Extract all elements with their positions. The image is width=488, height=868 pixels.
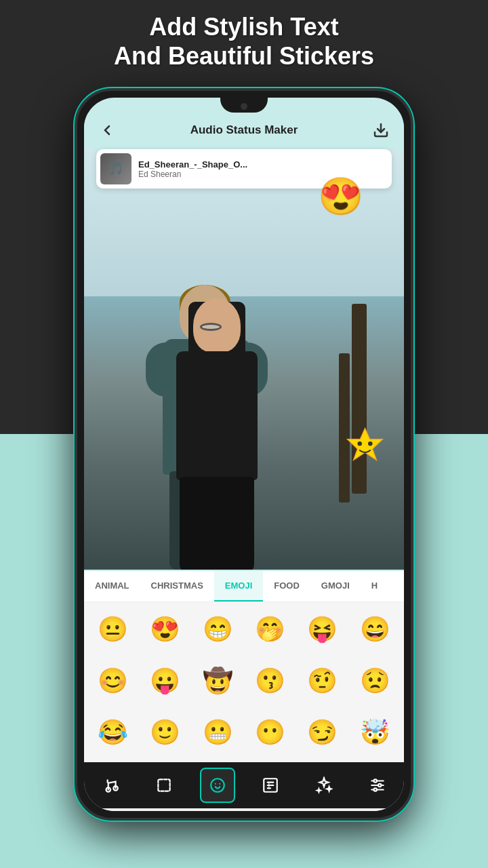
tab-animal[interactable]: ANIMAL — [84, 571, 140, 602]
emoji-no-mouth[interactable]: 😶 — [245, 709, 295, 755]
emoji-slight-smile[interactable]: 🙂 — [140, 709, 190, 755]
emoji-grimace[interactable]: 😬 — [193, 709, 243, 755]
header-text: Add Stylish Text And Beautiful Stickers — [0, 12, 488, 71]
track-title: Ed_Sheeran_-_Shape_O... — [138, 159, 247, 170]
app-bar: Audio Status Maker — [84, 113, 404, 148]
app-title: Audio Status Maker — [190, 123, 298, 137]
back-button[interactable] — [96, 119, 118, 141]
person-female — [169, 298, 278, 570]
tool-effects[interactable] — [306, 768, 342, 803]
tab-food[interactable]: FOOD — [263, 571, 310, 602]
emoji-big-grin[interactable]: 😄 — [350, 606, 400, 652]
female-body — [176, 351, 258, 480]
female-head — [193, 298, 241, 353]
sticker-face-emoji[interactable]: 😍 — [318, 175, 363, 218]
bottom-toolbar: T — [84, 762, 404, 808]
emoji-shush[interactable]: 🤭 — [245, 606, 295, 652]
emoji-tongue[interactable]: 😛 — [140, 658, 190, 704]
tab-gmoji[interactable]: GMOJI — [310, 571, 361, 602]
emoji-worried[interactable]: 😟 — [350, 658, 400, 704]
female-legs — [180, 477, 254, 570]
tab-emoji[interactable]: EMOJI — [214, 571, 263, 602]
emoji-tongue-out[interactable]: 😝 — [298, 606, 347, 652]
emoji-star-eyes[interactable]: 😍 — [140, 606, 190, 652]
svg-text:T: T — [267, 781, 272, 789]
nav-bar — [84, 808, 404, 811]
svg-point-18 — [378, 784, 381, 787]
phone-screen: Audio Status Maker 🎵 Ed_Sheeran_-_Shape_… — [84, 98, 404, 811]
category-tabs: ANIMAL CHRISTMAS EMOJI FOOD GMOJI H — [84, 571, 404, 602]
photo-area[interactable]: 😍 — [84, 149, 404, 570]
emoji-grid: 😐 😍 😁 🤭 😝 😄 😊 😛 🤠 😗 🤨 😟 😂 🙂 😬 😶 😏 🤯 — [84, 602, 404, 762]
tool-frames[interactable] — [146, 768, 182, 803]
emoji-kiss[interactable]: 😗 — [245, 658, 295, 704]
emoji-laugh[interactable]: 😂 — [88, 709, 138, 755]
camera-dot — [241, 103, 247, 110]
emoji-raised-brow[interactable]: 🤨 — [298, 658, 347, 704]
tab-h[interactable]: H — [361, 571, 388, 602]
tool-music[interactable] — [93, 768, 128, 803]
emoji-grin[interactable]: 😁 — [193, 606, 243, 652]
notch — [220, 98, 268, 113]
emoji-cowboy[interactable]: 🤠 — [193, 658, 243, 704]
svg-point-3 — [368, 441, 373, 446]
svg-point-8 — [211, 778, 224, 792]
album-art-image: 🎵 — [100, 153, 131, 184]
emoji-smirk[interactable]: 😏 — [298, 709, 347, 755]
track-artist: Ed Sheeran — [138, 170, 247, 179]
album-art: 🎵 — [100, 153, 131, 184]
phone-frame: Audio Status Maker 🎵 Ed_Sheeran_-_Shape_… — [75, 88, 413, 821]
sticker-star[interactable] — [343, 424, 387, 468]
svg-point-17 — [373, 779, 376, 782]
emoji-exploding[interactable]: 🤯 — [350, 709, 400, 755]
tool-stickers[interactable] — [200, 768, 235, 803]
svg-point-2 — [357, 441, 362, 446]
people-area — [132, 244, 336, 570]
svg-marker-1 — [348, 429, 383, 460]
header-line1: Add Stylish Text — [0, 12, 488, 41]
female-glasses — [200, 323, 222, 331]
tool-text[interactable]: T — [253, 768, 288, 803]
header-line2: And Beautiful Stickers — [0, 41, 488, 71]
svg-point-19 — [373, 788, 376, 791]
emoji-smile[interactable]: 😊 — [88, 658, 138, 704]
tool-adjust[interactable] — [360, 768, 395, 803]
download-button[interactable] — [370, 119, 392, 141]
svg-rect-7 — [158, 779, 169, 791]
tab-christmas[interactable]: CHRISTMAS — [140, 571, 214, 602]
track-info: Ed_Sheeran_-_Shape_O... Ed Sheeran — [138, 159, 247, 179]
emoji-neutral[interactable]: 😐 — [88, 606, 138, 652]
